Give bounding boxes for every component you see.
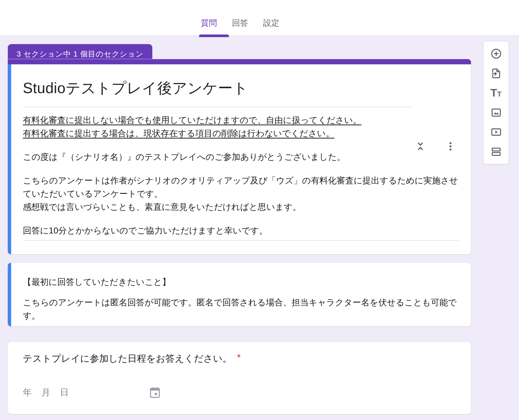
collapse-section-icon[interactable] <box>414 140 427 153</box>
tab-settings[interactable]: 設定 <box>262 18 280 29</box>
import-questions-icon <box>490 67 502 79</box>
image-icon <box>490 107 502 119</box>
tab-responses[interactable]: 回答 <box>231 18 249 29</box>
form-title-input[interactable]: Studioテストプレイ後アンケート <box>23 78 459 98</box>
date-input[interactable]: 年 月 日 <box>23 387 72 398</box>
description-line: こちらのアンケートは作者がシナリオのクオリティアップ及び「ウズ」の有料化審査に提… <box>23 174 462 200</box>
text-title-icon: TT <box>490 87 502 98</box>
required-asterisk: * <box>237 352 241 363</box>
selected-card-border <box>8 263 11 326</box>
add-question-button[interactable] <box>490 48 502 60</box>
three-dot-menu-icon <box>445 141 456 152</box>
question-title[interactable]: テストプレイに参加した日程をお答えください。 <box>23 352 232 365</box>
description-line: この度は『（シナリオ名）』のテストプレイへのご参加ありがとうございました。 <box>23 150 462 163</box>
info-item-card[interactable]: 【最初に回答していただきたいこと】 こちらのアンケートは匿名回答が可能です。匿名… <box>8 263 471 326</box>
selected-card-border <box>8 64 11 254</box>
video-icon <box>490 126 502 138</box>
info-item-description[interactable]: こちらのアンケートは匿名回答が可能です。匿名で回答される場合、担当キャラクター名… <box>23 296 462 322</box>
more-options-icon[interactable] <box>444 140 457 153</box>
add-title-button[interactable]: TT <box>490 87 502 99</box>
form-header-card: Studioテストプレイ後アンケート 有料化審査に提出しない場合でも使用していた… <box>8 59 471 254</box>
description-line: 感想戦では言いづらいことも、素直に意見をいただければと思います。 <box>23 200 462 214</box>
import-questions-button[interactable] <box>490 67 502 79</box>
description-line: 回答に10分とかからないのでご協力いただけますと幸いです。 <box>23 224 462 237</box>
add-section-icon <box>490 146 502 158</box>
card-accent-band <box>8 59 471 64</box>
form-description-input[interactable]: 有料化審査に提出しない場合でも使用していただけますので、自由に扱ってください。 … <box>23 113 462 237</box>
unfold-less-icon <box>414 140 426 152</box>
title-divider <box>23 107 413 107</box>
top-bar: 質問 回答 設定 <box>0 0 519 35</box>
tab-questions[interactable]: 質問 <box>200 18 218 29</box>
date-question-card[interactable]: テストプレイに参加した日程をお答えください。 * 年 月 日 <box>8 342 471 414</box>
add-image-button[interactable] <box>490 107 502 119</box>
info-item-title[interactable]: 【最初に回答していただきたいこと】 <box>23 276 459 288</box>
calendar-icon <box>148 385 162 400</box>
description-divider <box>23 240 459 241</box>
add-section-button[interactable] <box>490 146 502 158</box>
calendar-button[interactable] <box>148 385 162 400</box>
description-line: 有料化審査に提出しない場合でも使用していただけますので、自由に扱ってください。 <box>23 113 462 127</box>
tab-bar: 質問 回答 設定 <box>200 18 280 29</box>
add-video-button[interactable] <box>490 126 502 138</box>
active-tab-indicator <box>199 35 229 37</box>
description-line: 有料化審査に提出する場合は、現状存在する項目の削除は行わないでください。 <box>23 127 462 140</box>
add-circle-icon <box>490 48 502 60</box>
floating-toolbar: TT <box>483 42 509 164</box>
